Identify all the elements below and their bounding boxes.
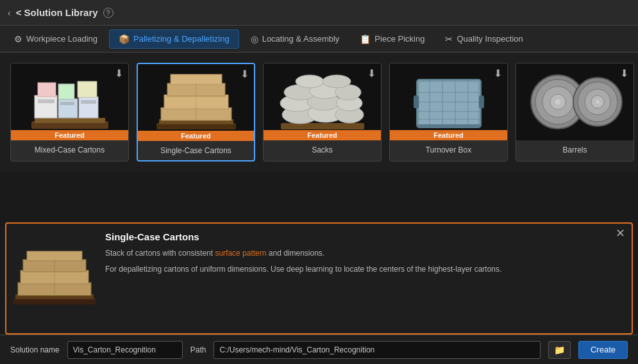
barrels-illustration <box>527 67 623 137</box>
svg-rect-1 <box>35 118 105 123</box>
card-sacks-label: Sacks <box>264 140 381 160</box>
svg-rect-6 <box>58 84 74 99</box>
card-barrels-label: Barrels <box>516 140 634 160</box>
svg-rect-20 <box>281 123 364 129</box>
sacks-illustration <box>278 70 367 134</box>
svg-rect-2 <box>35 95 57 118</box>
detail-desc1-prefix: Stack of cartons with consistent <box>105 249 215 258</box>
solution-name-label: Solution name <box>10 345 60 354</box>
detail-thumbnail <box>6 224 103 333</box>
svg-rect-10 <box>81 100 96 104</box>
tab-workpiece-loading-label: Workpiece Loading <box>26 34 97 44</box>
download-icon-single[interactable]: ⬇ <box>240 68 249 80</box>
locating-assembly-icon: ◎ <box>251 34 258 44</box>
svg-rect-33 <box>419 82 478 125</box>
featured-badge-turnover: Featured <box>390 130 507 140</box>
card-mixed-label: Mixed-Case Cartons <box>11 140 128 160</box>
svg-point-49 <box>555 99 560 104</box>
tab-quality-inspection-label: Quality Inspection <box>457 34 523 44</box>
card-single-case-cartons[interactable]: ⬇ Featured Single-Case Cartons <box>137 63 255 161</box>
app-header: ‹ < Solution Library ? <box>0 0 638 26</box>
bottom-bar: Solution name Path 📁 Create <box>0 335 638 364</box>
tab-palletizing[interactable]: 📦 Palletizing & Depalletizing <box>109 29 239 49</box>
back-button[interactable]: ‹ <box>8 8 11 18</box>
svg-rect-60 <box>27 251 82 261</box>
detail-desc1: Stack of cartons with consistent surface… <box>105 247 624 260</box>
card-mixed-case-cartons[interactable]: ⬇ Featured Mixed-Case Cartons <box>10 63 129 161</box>
svg-rect-3 <box>58 99 78 118</box>
cards-container: ⬇ Featured Mixed-Case Cartons <box>0 53 638 172</box>
card-mixed-case-image-container: ⬇ Featured <box>11 63 128 140</box>
help-icon[interactable]: ? <box>103 8 113 18</box>
detail-title: Single-Case Cartons <box>105 231 624 242</box>
tab-palletizing-label: Palletizing & Depalletizing <box>133 34 230 44</box>
svg-rect-44 <box>479 95 484 108</box>
quality-inspection-icon: ✂ <box>445 34 453 44</box>
svg-rect-42 <box>417 124 481 128</box>
download-icon-sacks[interactable]: ⬇ <box>367 67 376 79</box>
card-single-label: Single-Case Cartons <box>138 141 254 160</box>
single-case-illustration <box>151 70 241 135</box>
card-barrels-image-container: ⬇ <box>516 63 634 140</box>
download-icon-mixed[interactable]: ⬇ <box>115 67 123 79</box>
svg-rect-4 <box>79 97 98 118</box>
folder-button[interactable]: 📁 <box>548 341 571 359</box>
download-icon-turnover[interactable]: ⬇ <box>494 67 502 79</box>
card-turnover-label: Turnover Box <box>390 140 507 160</box>
mixed-case-illustration <box>25 70 115 134</box>
svg-point-30 <box>296 75 324 88</box>
detail-desc1-highlight: surface pattern <box>215 249 266 258</box>
path-label: Path <box>190 345 206 354</box>
turnover-illustration <box>404 67 494 137</box>
svg-rect-9 <box>60 102 74 105</box>
tab-locating-assembly[interactable]: ◎ Locating & Assembly <box>242 30 349 48</box>
svg-rect-43 <box>414 95 419 108</box>
tab-piece-picking[interactable]: 📋 Piece Picking <box>351 30 433 48</box>
card-barrels[interactable]: ⬇ Barrels <box>516 63 634 161</box>
featured-badge-single: Featured <box>138 131 254 141</box>
card-sacks[interactable]: ⬇ Featured Sacks <box>263 63 382 161</box>
download-icon-barrels[interactable]: ⬇ <box>620 67 628 79</box>
detail-panel: Single-Case Cartons Stack of cartons wit… <box>5 222 633 335</box>
nav-tabs: ⚙ Workpiece Loading 📦 Palletizing & Depa… <box>0 26 638 53</box>
create-button[interactable]: Create <box>578 341 628 359</box>
workpiece-loading-icon: ⚙ <box>14 34 22 44</box>
featured-badge-sacks: Featured <box>264 130 381 140</box>
palletizing-icon: 📦 <box>119 34 130 44</box>
svg-rect-5 <box>38 83 56 97</box>
detail-single-case-illustration <box>13 248 96 309</box>
tab-quality-inspection[interactable]: ✂ Quality Inspection <box>436 30 532 48</box>
tab-piece-picking-label: Piece Picking <box>374 34 424 44</box>
card-sacks-image-container: ⬇ Featured <box>264 63 381 140</box>
svg-rect-16 <box>171 74 222 85</box>
detail-text-block: Single-Case Cartons Stack of cartons wit… <box>103 224 632 333</box>
svg-point-31 <box>323 75 351 88</box>
svg-rect-7 <box>78 81 97 97</box>
detail-close-button[interactable]: ✕ <box>616 228 625 239</box>
detail-desc1-suffix: and dimensions. <box>266 249 324 258</box>
card-turnover-image-container: ⬇ Featured <box>390 63 507 140</box>
path-input[interactable] <box>214 341 541 359</box>
svg-rect-8 <box>38 99 55 103</box>
svg-point-54 <box>596 100 600 104</box>
featured-badge-mixed: Featured <box>11 130 128 140</box>
tab-workpiece-loading[interactable]: ⚙ Workpiece Loading <box>5 30 106 48</box>
detail-inner: Single-Case Cartons Stack of cartons wit… <box>6 224 632 333</box>
card-single-case-image-container: ⬇ Featured <box>138 64 254 141</box>
solution-name-input[interactable] <box>67 341 183 359</box>
tab-locating-assembly-label: Locating & Assembly <box>262 34 340 44</box>
piece-picking-icon: 📋 <box>360 34 371 44</box>
app-title: < Solution Library <box>16 7 98 18</box>
card-turnover-box[interactable]: ⬇ Featured Turnove <box>389 63 508 161</box>
detail-desc2: For depalletizing cartons of uniform dim… <box>105 263 624 276</box>
